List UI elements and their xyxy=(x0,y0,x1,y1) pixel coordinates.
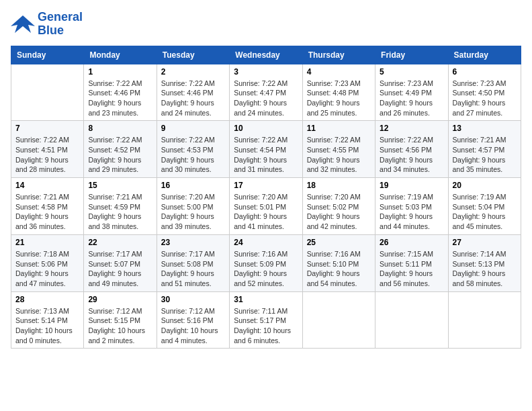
calendar-table: SundayMondayTuesdayWednesdayThursdayFrid… xyxy=(11,46,521,349)
calendar-day-cell: 18Sunrise: 7:20 AM Sunset: 5:02 PM Dayli… xyxy=(302,178,375,235)
day-number: 5 xyxy=(380,67,443,77)
day-info: Sunrise: 7:21 AM Sunset: 4:59 PM Dayligh… xyxy=(88,192,152,232)
calendar-day-cell: 7Sunrise: 7:22 AM Sunset: 4:51 PM Daylig… xyxy=(11,121,84,178)
day-number: 13 xyxy=(453,124,517,133)
calendar-day-cell xyxy=(375,291,448,349)
day-info: Sunrise: 7:21 AM Sunset: 4:57 PM Dayligh… xyxy=(453,135,517,175)
calendar-day-cell: 29Sunrise: 7:12 AM Sunset: 5:15 PM Dayli… xyxy=(84,291,157,349)
day-info: Sunrise: 7:11 AM Sunset: 5:17 PM Dayligh… xyxy=(234,306,298,346)
day-info: Sunrise: 7:20 AM Sunset: 5:02 PM Dayligh… xyxy=(307,192,371,232)
day-number: 25 xyxy=(307,238,371,247)
day-of-week-header: Friday xyxy=(375,46,448,64)
calendar-day-cell: 24Sunrise: 7:16 AM Sunset: 5:09 PM Dayli… xyxy=(230,234,302,291)
day-number: 22 xyxy=(88,238,152,247)
day-number: 7 xyxy=(15,124,79,133)
day-info: Sunrise: 7:13 AM Sunset: 5:14 PM Dayligh… xyxy=(15,306,79,346)
day-info: Sunrise: 7:17 AM Sunset: 5:07 PM Dayligh… xyxy=(88,249,152,289)
day-info: Sunrise: 7:22 AM Sunset: 4:46 PM Dayligh… xyxy=(161,79,225,118)
calendar-day-cell: 6Sunrise: 7:23 AM Sunset: 4:50 PM Daylig… xyxy=(448,64,521,121)
day-number: 27 xyxy=(453,238,517,247)
day-info: Sunrise: 7:23 AM Sunset: 4:49 PM Dayligh… xyxy=(380,79,443,118)
day-number: 14 xyxy=(15,181,79,190)
day-info: Sunrise: 7:22 AM Sunset: 4:52 PM Dayligh… xyxy=(88,135,152,175)
day-info: Sunrise: 7:20 AM Sunset: 5:00 PM Dayligh… xyxy=(161,192,225,232)
day-info: Sunrise: 7:17 AM Sunset: 5:08 PM Dayligh… xyxy=(161,249,225,289)
page-header: General Blue xyxy=(11,11,521,38)
day-of-week-header: Sunday xyxy=(11,46,84,64)
calendar-week-row: 7Sunrise: 7:22 AM Sunset: 4:51 PM Daylig… xyxy=(11,121,521,178)
calendar-day-cell: 21Sunrise: 7:18 AM Sunset: 5:06 PM Dayli… xyxy=(11,234,84,291)
calendar-day-cell: 19Sunrise: 7:19 AM Sunset: 5:03 PM Dayli… xyxy=(375,178,448,235)
day-of-week-header: Monday xyxy=(84,46,157,64)
day-info: Sunrise: 7:21 AM Sunset: 4:58 PM Dayligh… xyxy=(15,192,79,232)
calendar-day-cell xyxy=(302,291,375,349)
day-number: 1 xyxy=(88,67,152,77)
svg-marker-0 xyxy=(11,15,35,33)
day-info: Sunrise: 7:20 AM Sunset: 5:01 PM Dayligh… xyxy=(234,192,298,232)
day-info: Sunrise: 7:14 AM Sunset: 5:13 PM Dayligh… xyxy=(453,249,517,289)
logo-text: General Blue xyxy=(38,11,83,38)
day-number: 12 xyxy=(380,124,443,133)
day-of-week-header: Wednesday xyxy=(230,46,302,64)
day-number: 8 xyxy=(88,124,152,133)
day-info: Sunrise: 7:16 AM Sunset: 5:10 PM Dayligh… xyxy=(307,249,371,289)
calendar-day-cell: 27Sunrise: 7:14 AM Sunset: 5:13 PM Dayli… xyxy=(448,234,521,291)
calendar-day-cell: 13Sunrise: 7:21 AM Sunset: 4:57 PM Dayli… xyxy=(448,121,521,178)
calendar-day-cell: 8Sunrise: 7:22 AM Sunset: 4:52 PM Daylig… xyxy=(84,121,157,178)
day-number: 4 xyxy=(307,67,371,77)
calendar-day-cell: 30Sunrise: 7:12 AM Sunset: 5:16 PM Dayli… xyxy=(157,291,229,349)
calendar-week-row: 14Sunrise: 7:21 AM Sunset: 4:58 PM Dayli… xyxy=(11,178,521,235)
day-number: 21 xyxy=(15,238,79,247)
calendar-day-cell: 5Sunrise: 7:23 AM Sunset: 4:49 PM Daylig… xyxy=(375,64,448,121)
calendar-day-cell: 14Sunrise: 7:21 AM Sunset: 4:58 PM Dayli… xyxy=(11,178,84,235)
calendar-day-cell: 4Sunrise: 7:23 AM Sunset: 4:48 PM Daylig… xyxy=(302,64,375,121)
calendar-day-cell: 23Sunrise: 7:17 AM Sunset: 5:08 PM Dayli… xyxy=(157,234,229,291)
calendar-day-cell: 12Sunrise: 7:22 AM Sunset: 4:56 PM Dayli… xyxy=(375,121,448,178)
day-info: Sunrise: 7:18 AM Sunset: 5:06 PM Dayligh… xyxy=(15,249,79,289)
calendar-day-cell: 28Sunrise: 7:13 AM Sunset: 5:14 PM Dayli… xyxy=(11,291,84,349)
calendar-day-cell: 1Sunrise: 7:22 AM Sunset: 4:46 PM Daylig… xyxy=(84,64,157,121)
day-number: 24 xyxy=(234,238,298,247)
day-number: 20 xyxy=(453,181,517,190)
calendar-day-cell: 3Sunrise: 7:22 AM Sunset: 4:47 PM Daylig… xyxy=(230,64,302,121)
calendar-day-cell: 25Sunrise: 7:16 AM Sunset: 5:10 PM Dayli… xyxy=(302,234,375,291)
day-info: Sunrise: 7:23 AM Sunset: 4:50 PM Dayligh… xyxy=(453,79,517,118)
day-number: 2 xyxy=(161,67,225,77)
day-of-week-header: Tuesday xyxy=(157,46,229,64)
day-info: Sunrise: 7:22 AM Sunset: 4:56 PM Dayligh… xyxy=(380,135,443,175)
day-number: 28 xyxy=(15,295,79,304)
day-number: 26 xyxy=(380,238,443,247)
day-number: 19 xyxy=(380,181,443,190)
calendar-header-row: SundayMondayTuesdayWednesdayThursdayFrid… xyxy=(11,46,521,64)
calendar-day-cell: 9Sunrise: 7:22 AM Sunset: 4:53 PM Daylig… xyxy=(157,121,229,178)
day-info: Sunrise: 7:22 AM Sunset: 4:55 PM Dayligh… xyxy=(307,135,371,175)
day-info: Sunrise: 7:12 AM Sunset: 5:15 PM Dayligh… xyxy=(88,306,152,346)
calendar-day-cell xyxy=(448,291,521,349)
day-info: Sunrise: 7:22 AM Sunset: 4:46 PM Dayligh… xyxy=(88,79,152,118)
day-number: 29 xyxy=(88,295,152,304)
day-info: Sunrise: 7:16 AM Sunset: 5:09 PM Dayligh… xyxy=(234,249,298,289)
calendar-day-cell: 20Sunrise: 7:19 AM Sunset: 5:04 PM Dayli… xyxy=(448,178,521,235)
calendar-day-cell: 15Sunrise: 7:21 AM Sunset: 4:59 PM Dayli… xyxy=(84,178,157,235)
day-number: 3 xyxy=(234,67,298,77)
day-number: 6 xyxy=(453,67,517,77)
day-number: 23 xyxy=(161,238,225,247)
calendar-day-cell: 26Sunrise: 7:15 AM Sunset: 5:11 PM Dayli… xyxy=(375,234,448,291)
calendar-day-cell xyxy=(11,64,84,121)
logo-bird-icon xyxy=(11,14,35,34)
day-info: Sunrise: 7:22 AM Sunset: 4:47 PM Dayligh… xyxy=(234,79,298,118)
calendar-day-cell: 2Sunrise: 7:22 AM Sunset: 4:46 PM Daylig… xyxy=(157,64,229,121)
calendar-week-row: 21Sunrise: 7:18 AM Sunset: 5:06 PM Dayli… xyxy=(11,234,521,291)
day-number: 31 xyxy=(234,295,298,304)
day-info: Sunrise: 7:22 AM Sunset: 4:51 PM Dayligh… xyxy=(15,135,79,175)
day-of-week-header: Thursday xyxy=(302,46,375,64)
day-of-week-header: Saturday xyxy=(448,46,521,64)
day-info: Sunrise: 7:19 AM Sunset: 5:04 PM Dayligh… xyxy=(453,192,517,232)
day-number: 9 xyxy=(161,124,225,133)
calendar-week-row: 1Sunrise: 7:22 AM Sunset: 4:46 PM Daylig… xyxy=(11,64,521,121)
day-number: 30 xyxy=(161,295,225,304)
calendar-day-cell: 16Sunrise: 7:20 AM Sunset: 5:00 PM Dayli… xyxy=(157,178,229,235)
day-info: Sunrise: 7:19 AM Sunset: 5:03 PM Dayligh… xyxy=(380,192,443,232)
day-info: Sunrise: 7:12 AM Sunset: 5:16 PM Dayligh… xyxy=(161,306,225,346)
calendar-week-row: 28Sunrise: 7:13 AM Sunset: 5:14 PM Dayli… xyxy=(11,291,521,349)
